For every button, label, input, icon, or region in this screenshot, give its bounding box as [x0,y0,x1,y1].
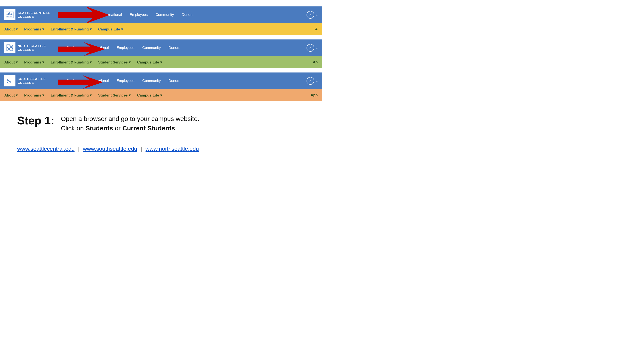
scc-name: SEATTLE CENTRALCOLLEGE [18,11,50,19]
scc-nav-international[interactable]: International [102,13,122,17]
svg-text:S: S [7,77,11,85]
svg-rect-5 [10,12,10,14]
step-line2: Click on Students or Current Students. [61,125,177,132]
nsc-subnav-enrollment[interactable]: Enrollment & Funding ▾ [51,60,92,64]
ssc-nav-students[interactable]: Students [66,79,81,83]
nsc-subnav-programs[interactable]: Programs ▾ [24,60,44,64]
ssc-subnav-student-services[interactable]: Student Services ▾ [98,93,131,98]
scc-subnav: About ▾ Programs ▾ Enrollment & Funding … [0,23,322,35]
nsc-logo-icon [4,42,16,53]
scc-subnav-about[interactable]: About ▾ [4,27,18,31]
svg-rect-6 [11,13,12,14]
scc-subnav-programs[interactable]: Programs ▾ [24,27,44,31]
nsc-name: NORTH SEATTLECOLLEGE [18,44,46,52]
north-seattle-section: NORTH SEATTLECOLLEGE Students Internatio… [0,39,322,68]
nsc-subnav-right: Ap [313,60,318,64]
step-bold-students: Students [86,125,113,132]
ssc-subnav-right: App [310,93,318,97]
ssc-subnav-enrollment[interactable]: Enrollment & Funding ▾ [51,93,92,98]
nsc-nav-international[interactable]: International [89,46,109,50]
scc-logo: SEATTLE CENTRAL SEATTLE CENTRALCOLLEGE [4,9,60,20]
scc-search-icon[interactable]: ⌕ [306,11,314,19]
seattle-central-header: SEATTLE CENTRAL SEATTLE CENTRALCOLLEGE C… [0,6,322,23]
scc-subnav-right: A [315,27,318,31]
nsc-nav-students[interactable]: Students [66,46,81,50]
scc-subnav-enrollment[interactable]: Enrollment & Funding ▾ [51,27,92,31]
nsc-subnav-student-services[interactable]: Student Services ▾ [98,60,131,64]
svg-text:CENTRAL: CENTRAL [6,16,12,17]
step-label: Step 1: [17,114,54,127]
ssc-subnav-campus-life[interactable]: Campus Life ▾ [137,93,162,98]
scc-nav-current-students[interactable]: Current Students [66,13,94,17]
ssc-name: SOUTH SEATTLECOLLEGE [18,77,46,85]
campus-links-row: www.seattlecentral.edu | www.southseattl… [0,146,322,152]
step-bold-current-students: Current Students [122,125,175,132]
nsc-subnav-campus-life[interactable]: Campus Life ▾ [137,60,162,64]
ssc-logo-icon: S [4,75,16,86]
ssc-nav-icons: ⌕ » [306,77,318,85]
nsc-nav: Students International Employees Communi… [66,46,306,50]
ssc-nav: Students International Employees Communi… [66,79,306,83]
nsc-link[interactable]: www.northseattle.edu [146,146,199,152]
ssc-logo: S SOUTH SEATTLECOLLEGE [4,75,60,86]
separator-1: | [78,146,80,152]
ssc-chevron-icon[interactable]: » [316,79,318,83]
nsc-nav-community[interactable]: Community [142,46,161,50]
scc-nav-community[interactable]: Community [156,13,174,17]
nsc-nav-donors[interactable]: Donors [168,46,180,50]
step-line1: Open a browser and go to your campus web… [61,115,199,122]
ssc-link[interactable]: www.southseattle.edu [83,146,137,152]
ssc-subnav-programs[interactable]: Programs ▾ [24,93,44,98]
south-seattle-section: S SOUTH SEATTLECOLLEGE Students Internat… [0,72,322,101]
nsc-nav-icons: ⌕ » [306,44,318,52]
scc-nav: Current Students International Employees… [66,13,306,17]
scc-subnav-campus-life[interactable]: Campus Life ▾ [98,27,123,31]
scc-nav-icons: ⌕ » [306,11,318,19]
ssc-subnav: About ▾ Programs ▾ Enrollment & Funding … [0,89,322,101]
north-seattle-header: NORTH SEATTLECOLLEGE Students Internatio… [0,39,322,56]
nsc-subnav: About ▾ Programs ▾ Enrollment & Funding … [0,56,322,68]
ssc-nav-international[interactable]: International [89,79,109,83]
ssc-nav-community[interactable]: Community [142,79,161,83]
nsc-subnav-about[interactable]: About ▾ [4,60,18,64]
step1-section: Step 1: Open a browser and go to your ca… [0,114,322,141]
step-content: Open a browser and go to your campus web… [61,114,199,133]
scc-chevron-icon[interactable]: » [316,13,318,17]
ssc-subnav-about[interactable]: About ▾ [4,93,18,98]
south-seattle-header: S SOUTH SEATTLECOLLEGE Students Internat… [0,72,322,89]
nsc-chevron-icon[interactable]: » [316,46,318,50]
scc-logo-icon: SEATTLE CENTRAL [4,9,16,20]
nsc-nav-employees[interactable]: Employees [116,46,134,50]
nsc-search-icon[interactable]: ⌕ [306,44,314,52]
scc-nav-donors[interactable]: Donors [182,13,194,17]
ssc-nav-employees[interactable]: Employees [116,79,134,83]
ssc-search-icon[interactable]: ⌕ [306,77,314,85]
scc-nav-employees[interactable]: Employees [130,13,148,17]
ssc-nav-donors[interactable]: Donors [168,79,180,83]
scc-link[interactable]: www.seattlecentral.edu [17,146,74,152]
svg-rect-4 [8,13,9,14]
nsc-logo: NORTH SEATTLECOLLEGE [4,42,60,53]
seattle-central-section: SEATTLE CENTRAL SEATTLE CENTRALCOLLEGE C… [0,6,322,35]
separator-2: | [140,146,142,152]
